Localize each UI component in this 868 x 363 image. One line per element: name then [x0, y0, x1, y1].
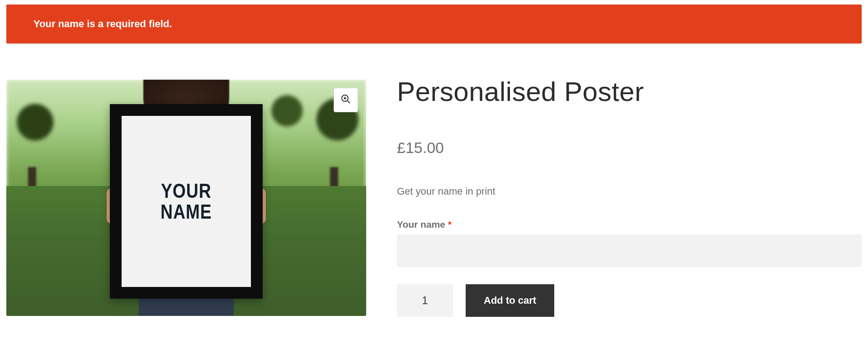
- zoom-in-icon: [340, 94, 351, 106]
- add-to-cart-button[interactable]: Add to cart: [466, 284, 554, 317]
- product-summary: Personalised Poster £15.00 Get your name…: [397, 80, 862, 317]
- product-short-description: Get your name in print: [397, 186, 862, 197]
- product-price: £15.00: [397, 139, 862, 157]
- product-image[interactable]: YOUR NAME: [6, 80, 366, 316]
- required-indicator: *: [448, 219, 452, 229]
- image-poster-frame: YOUR NAME: [110, 104, 263, 299]
- quantity-input[interactable]: [397, 284, 453, 317]
- your-name-label: Your name *: [397, 219, 862, 230]
- product-title: Personalised Poster: [397, 76, 862, 107]
- your-name-field: Your name *: [397, 219, 862, 267]
- your-name-input[interactable]: [397, 234, 862, 267]
- product-gallery: YOUR NAME: [6, 80, 366, 316]
- zoom-button[interactable]: [334, 88, 358, 112]
- svg-line-1: [348, 101, 350, 104]
- image-poster-text: YOUR NAME: [160, 181, 212, 222]
- error-banner: Your name is a required field.: [6, 5, 862, 43]
- error-message: Your name is a required field.: [33, 18, 172, 29]
